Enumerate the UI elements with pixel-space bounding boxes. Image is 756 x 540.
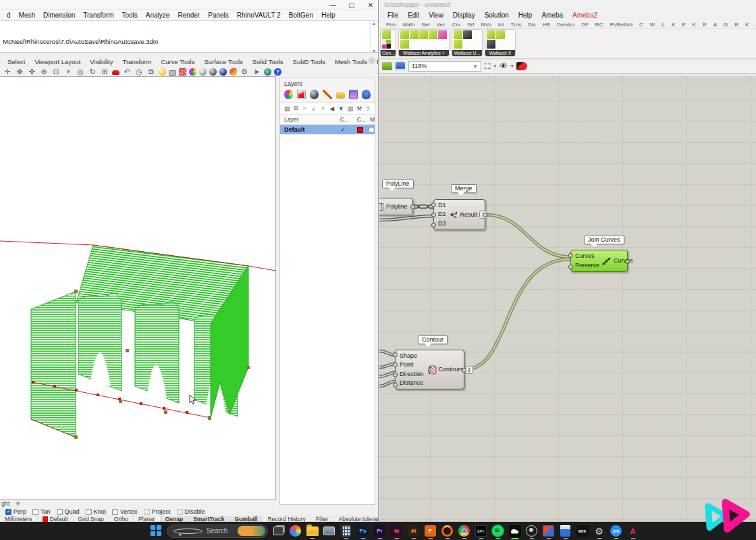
taskbar-icon-indesign[interactable]: Id (390, 524, 403, 537)
copy-layer-icon[interactable]: ⧉ (294, 105, 299, 112)
category-tab-rc-13[interactable]: RC (592, 22, 607, 28)
earth-icon[interactable] (264, 68, 271, 76)
grasshopper-canvas[interactable]: PolyLinePolylineMergeD1D2D3Result↧Join C… (379, 76, 756, 522)
input-shape[interactable]: Shape (400, 352, 424, 360)
start-button[interactable] (150, 524, 163, 537)
osnap-disable[interactable]: Disable (177, 508, 205, 515)
toolbar-tab-curve-tools[interactable]: Curve Tools (156, 58, 199, 65)
component-icon-4[interactable] (438, 30, 447, 39)
component-icon-0[interactable] (487, 30, 495, 39)
shaded-sphere-icon[interactable] (199, 68, 207, 76)
rotate-view-icon[interactable]: ↻ (88, 68, 97, 76)
filter-icon[interactable]: ▼ (338, 105, 344, 112)
input-d2[interactable]: D2 (438, 210, 446, 219)
layer-row-default[interactable]: Default ✓ (280, 125, 375, 134)
category-tab-r-21[interactable]: R (699, 22, 710, 28)
taskbar-icon-chrome[interactable] (458, 524, 470, 537)
taskbar-icon-calculator[interactable] (340, 524, 352, 537)
taskbar-icon-photoshop[interactable]: Ps (356, 524, 369, 537)
menu-item-file[interactable]: File (383, 11, 403, 19)
component-icon-0[interactable] (400, 30, 409, 39)
toolbar-tab-surface-tools[interactable]: Surface Tools (199, 58, 247, 65)
category-tab-df-12[interactable]: DF (578, 22, 592, 28)
component-icon-1[interactable] (410, 30, 418, 39)
taskbar-icon-obs[interactable] (525, 524, 538, 537)
category-tab-set-2[interactable]: Set (418, 22, 433, 28)
input-curves[interactable]: Curves (575, 252, 599, 261)
help-icon[interactable]: ? (274, 68, 281, 76)
checkbox-tan[interactable] (32, 509, 38, 515)
input-port[interactable] (431, 213, 436, 217)
chevron-down-icon[interactable]: ▾ (493, 63, 496, 69)
color-wheel-icon[interactable] (189, 68, 196, 76)
category-tab-k-18[interactable]: K (668, 22, 678, 28)
category-tab-vec-3[interactable]: Vec (433, 22, 448, 28)
component-icon-3[interactable] (429, 30, 437, 39)
toolbar-tab-subd-tools[interactable]: SubD Tools (288, 58, 330, 65)
menu-item-edit[interactable]: Edit (403, 11, 424, 19)
menu-item-ameba[interactable]: Ameba (537, 11, 568, 19)
taskbar-icon-premiere[interactable]: Pr (373, 524, 386, 537)
link-icon[interactable]: ⧉ (146, 68, 156, 76)
category-tab-r-24[interactable]: R (731, 22, 742, 28)
tools-hammer-icon[interactable]: ⚒ (356, 105, 362, 112)
taskbar-icon-spiral-app[interactable] (441, 524, 454, 537)
category-tab-c-15[interactable]: C (636, 22, 647, 28)
category-tab-dis-9[interactable]: Dis (524, 22, 539, 28)
toolbar-tab-viewport-layout[interactable]: Viewport Layout (30, 58, 85, 65)
undo-view-icon[interactable]: ↶ (122, 68, 132, 76)
chevron-down-icon[interactable]: ▾ (511, 63, 514, 69)
preview-eye-icon[interactable]: 👁 (500, 61, 508, 71)
taskbar-icon-zoom-app[interactable]: zm (610, 524, 622, 537)
component-icon-1[interactable] (496, 30, 505, 39)
input-port[interactable] (393, 373, 398, 377)
delete-layer-icon[interactable]: ✕ (302, 105, 307, 112)
clipping-plane-icon[interactable] (179, 68, 186, 76)
osnap-tan[interactable]: Tan (32, 508, 51, 515)
render-sphere-icon[interactable] (310, 90, 319, 99)
taskbar-icon-epu-app[interactable]: EPU (475, 524, 487, 537)
open-file-icon[interactable] (382, 62, 392, 70)
menu-item-d[interactable]: d (3, 11, 15, 19)
category-tab-l-17[interactable]: L (658, 22, 668, 28)
menu-item-boltgen[interactable]: BoltGen (285, 11, 317, 19)
toolbar-tab-mesh-tools[interactable]: Mesh Tools (330, 58, 372, 65)
category-tab-a-22[interactable]: A (710, 22, 720, 28)
merge-component[interactable]: D1D2D3Result↧ (433, 199, 485, 230)
taskbar-icon-notes-app[interactable] (559, 524, 572, 537)
menu-item-mesh[interactable]: Mesh (15, 11, 39, 19)
nudge-icon[interactable]: ✜ (27, 68, 36, 76)
category-tab-crv-4[interactable]: Crv (449, 22, 464, 28)
osnap-vertex[interactable]: Vertex (112, 508, 138, 515)
taskbar-search[interactable]: Search (167, 524, 268, 538)
properties-wheel-icon[interactable] (284, 90, 293, 99)
checkbox-perp[interactable] (5, 509, 11, 515)
layer-material-icon[interactable] (369, 127, 375, 133)
osnap-project[interactable]: Project (144, 508, 171, 515)
input-port[interactable] (568, 265, 573, 269)
category-tab-hb-10[interactable]: HB (539, 22, 554, 28)
component-icon-2[interactable] (487, 40, 495, 49)
output-port[interactable] (410, 205, 415, 209)
sketch-pen-icon[interactable] (516, 62, 527, 70)
component-icon-0[interactable] (454, 30, 462, 39)
layer-on-check[interactable]: ✓ (340, 126, 357, 133)
history-icon[interactable]: ◷ (134, 68, 144, 76)
category-tab-k-20[interactable]: K (689, 22, 699, 28)
move-up-icon[interactable]: ▲ (310, 105, 317, 112)
maximize-icon[interactable]: ▢ (348, 1, 356, 9)
toolbar-tab-solid-tools[interactable]: Solid Tools (248, 58, 288, 65)
texture-image-icon[interactable] (349, 90, 358, 99)
category-tab-e-19[interactable]: E (678, 22, 688, 28)
zoom-extents-icon[interactable]: ⛶ (485, 61, 490, 71)
menu-item-panels[interactable]: Panels (204, 11, 233, 19)
move-icon[interactable]: ✥ (15, 68, 24, 76)
output-contours[interactable]: Contours (439, 365, 464, 374)
taskbar-icon-paint-app[interactable] (542, 524, 555, 537)
menu-item-tools[interactable]: Tools (117, 11, 141, 19)
lightbulb-icon[interactable] (159, 68, 166, 76)
input-port[interactable] (393, 383, 398, 387)
zoom-selected-icon[interactable]: ⌖ (63, 68, 73, 76)
category-tab-dendro-11[interactable]: Dendro (554, 22, 578, 28)
category-tab-int-7[interactable]: Int (495, 22, 508, 28)
